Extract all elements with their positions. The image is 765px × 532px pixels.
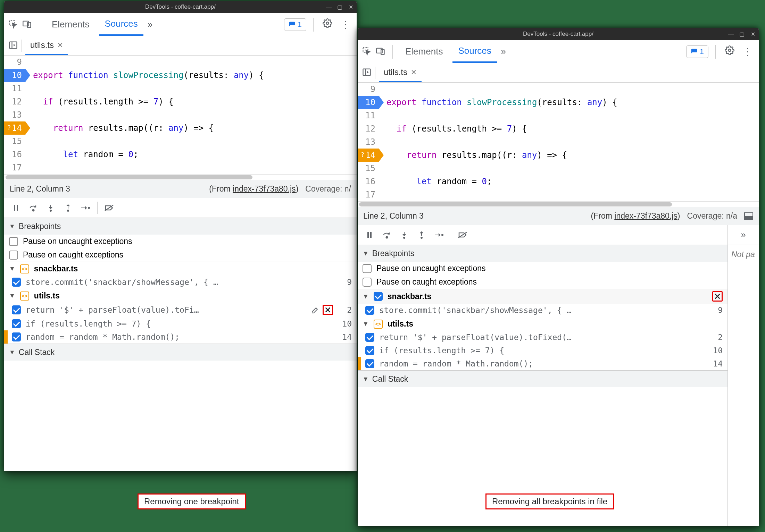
- checkbox[interactable]: [12, 278, 21, 287]
- callstack-heading[interactable]: ▼ Call Stack: [4, 344, 357, 361]
- pause-caught-row[interactable]: Pause on caught exceptions: [358, 275, 727, 289]
- tab-elements[interactable]: Elements: [400, 40, 448, 63]
- inspect-icon[interactable]: [8, 19, 18, 30]
- settings-icon[interactable]: [723, 45, 737, 58]
- checkbox[interactable]: [363, 278, 372, 287]
- breakpoint-item[interactable]: store.commit('snackbar/showMessage', { ……: [4, 276, 357, 289]
- checkbox[interactable]: [12, 305, 21, 314]
- checkbox[interactable]: [365, 306, 374, 315]
- svg-point-8: [33, 210, 34, 211]
- code-editor[interactable]: 9 10 11 12 13 ?14 15 16 17 export functi…: [358, 83, 759, 201]
- pause-caught-row[interactable]: Pause on caught exceptions: [4, 248, 357, 262]
- pause-uncaught-row[interactable]: Pause on uncaught exceptions: [4, 235, 357, 248]
- kebab-icon[interactable]: ⋮: [741, 46, 755, 57]
- step-out-icon[interactable]: [60, 200, 76, 216]
- checkbox[interactable]: [12, 319, 21, 328]
- device-icon[interactable]: [376, 46, 385, 57]
- code-content[interactable]: export function slowProcessing(results: …: [379, 83, 759, 201]
- breakpoints-heading[interactable]: ▼ Breakpoints: [358, 245, 727, 262]
- tab-sources[interactable]: Sources: [452, 40, 497, 63]
- svg-rect-4: [10, 42, 17, 48]
- pause-uncaught-row[interactable]: Pause on uncaught exceptions: [358, 262, 727, 275]
- issues-button[interactable]: 1: [686, 45, 708, 58]
- debugger-panel: ▼ Breakpoints Pause on uncaught exceptio…: [4, 218, 357, 471]
- chevron-down-icon: ▼: [363, 375, 369, 383]
- file-tab-utils[interactable]: utils.ts ✕: [25, 36, 68, 55]
- file-tab-utils[interactable]: utils.ts ✕: [379, 63, 422, 82]
- side-panel-text: Not pa: [728, 245, 759, 264]
- breakpoint-group-utils[interactable]: ▼ <> utils.ts: [4, 289, 357, 303]
- device-icon[interactable]: [22, 19, 32, 30]
- pause-icon[interactable]: [8, 200, 24, 216]
- settings-icon[interactable]: [321, 18, 334, 31]
- step-icon[interactable]: [78, 200, 93, 216]
- titlebar[interactable]: DevTools - coffee-cart.app/ — ▢ ✕: [358, 28, 759, 40]
- checkbox[interactable]: [9, 237, 18, 246]
- tab-sources[interactable]: Sources: [99, 13, 143, 36]
- more-tabs-icon[interactable]: »: [501, 46, 506, 57]
- minimize-icon[interactable]: —: [728, 31, 733, 37]
- close-icon[interactable]: ✕: [348, 4, 353, 10]
- breakpoint-item[interactable]: random = random * Math.random(); 14: [4, 330, 357, 344]
- close-icon[interactable]: ✕: [750, 31, 755, 37]
- issues-count: 1: [700, 47, 704, 56]
- horizontal-scrollbar[interactable]: [358, 201, 759, 207]
- titlebar[interactable]: DevTools - coffee-cart.app/ — ▢ ✕: [4, 1, 357, 13]
- breakpoint-group-utils[interactable]: ▼ <> utils.ts: [358, 317, 727, 331]
- bottom-drawer-icon[interactable]: [744, 212, 753, 220]
- cursor-position: Line 2, Column 3: [10, 184, 70, 194]
- checkbox[interactable]: [365, 346, 374, 355]
- show-navigator-icon[interactable]: [362, 67, 372, 78]
- step-icon[interactable]: [431, 227, 447, 243]
- svg-rect-25: [370, 232, 372, 238]
- checkbox[interactable]: [9, 251, 18, 260]
- step-out-icon[interactable]: [414, 227, 429, 243]
- show-navigator-icon[interactable]: [8, 40, 18, 51]
- maximize-icon[interactable]: ▢: [739, 31, 744, 37]
- breakpoint-item[interactable]: return '$' + parseFloat(value).toFixed(……: [358, 331, 727, 344]
- more-tabs-icon[interactable]: »: [148, 19, 152, 30]
- source-map-link[interactable]: index-73f73a80.js: [233, 184, 296, 193]
- code-editor[interactable]: 9 10 11 12 13 ?14 15 16 17 export functi…: [4, 56, 357, 174]
- breakpoints-heading[interactable]: ▼ Breakpoints: [4, 218, 357, 235]
- breakpoint-group-snackbar[interactable]: ▼ <> snackbar.ts: [4, 262, 357, 276]
- kebab-icon[interactable]: ⋮: [339, 19, 352, 30]
- tab-elements[interactable]: Elements: [46, 13, 95, 36]
- breakpoint-group-snackbar[interactable]: ▼ snackbar.ts: [358, 289, 727, 304]
- step-over-icon[interactable]: [379, 227, 394, 243]
- coverage-label: Coverage: n/a: [687, 211, 737, 221]
- checkbox[interactable]: [365, 359, 374, 368]
- step-into-icon[interactable]: [43, 200, 58, 216]
- gutter[interactable]: 9 10 11 12 13 ?14 15 16 17: [4, 56, 25, 174]
- horizontal-scrollbar[interactable]: [4, 174, 357, 180]
- breakpoint-item[interactable]: if (results.length >= 7) { 10: [358, 344, 727, 357]
- breakpoint-item[interactable]: if (results.length >= 7) { 10: [4, 317, 357, 330]
- remove-breakpoint-button[interactable]: [323, 305, 333, 315]
- checkbox[interactable]: [12, 332, 21, 341]
- inspect-icon[interactable]: [362, 46, 372, 57]
- source-map-link[interactable]: index-73f73a80.js: [614, 211, 677, 220]
- deactivate-breakpoints-icon[interactable]: [102, 200, 117, 216]
- gutter[interactable]: 9 10 11 12 13 ?14 15 16 17: [358, 83, 379, 201]
- close-tab-icon[interactable]: ✕: [57, 41, 63, 49]
- checkbox[interactable]: [363, 264, 372, 273]
- breakpoint-item[interactable]: store.commit('snackbar/showMessage', { ……: [358, 304, 727, 317]
- remove-file-breakpoints-button[interactable]: [712, 291, 723, 302]
- edit-icon[interactable]: [310, 305, 321, 315]
- code-content[interactable]: export function slowProcessing(results: …: [25, 56, 357, 174]
- window-title: DevTools - coffee-cart.app/: [523, 31, 593, 37]
- deactivate-breakpoints-icon[interactable]: [455, 227, 471, 243]
- pause-icon[interactable]: [362, 227, 377, 243]
- checkbox[interactable]: [365, 333, 374, 342]
- breakpoint-item[interactable]: random = random * Math.random(); 14: [358, 357, 727, 370]
- minimize-icon[interactable]: —: [326, 4, 331, 10]
- issues-button[interactable]: 1: [284, 18, 306, 31]
- close-tab-icon[interactable]: ✕: [411, 68, 417, 76]
- step-over-icon[interactable]: [26, 200, 41, 216]
- callstack-heading[interactable]: ▼ Call Stack: [358, 371, 727, 387]
- maximize-icon[interactable]: ▢: [337, 4, 342, 10]
- expand-pane-icon[interactable]: »: [741, 229, 746, 240]
- breakpoint-item[interactable]: return '$' + parseFloat(value).toFi… 2: [4, 303, 357, 317]
- checkbox[interactable]: [374, 292, 383, 301]
- step-into-icon[interactable]: [397, 227, 412, 243]
